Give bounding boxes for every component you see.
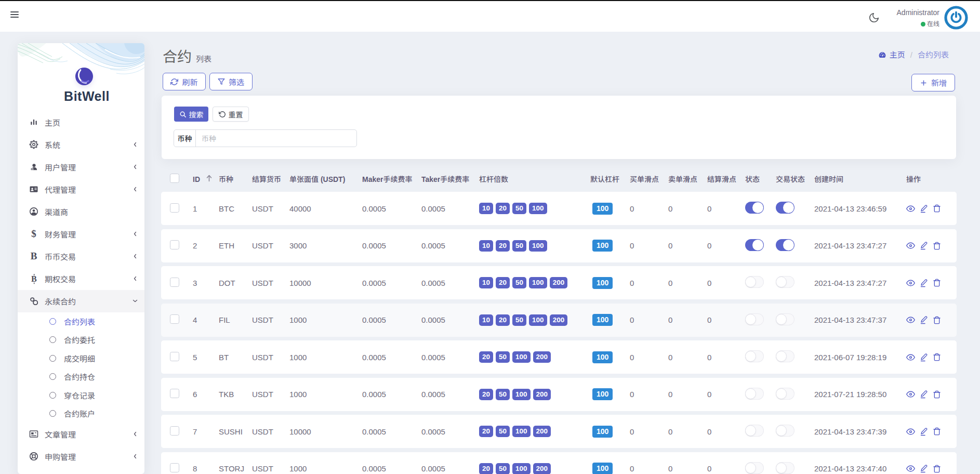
svg-text:B: B <box>31 274 36 283</box>
